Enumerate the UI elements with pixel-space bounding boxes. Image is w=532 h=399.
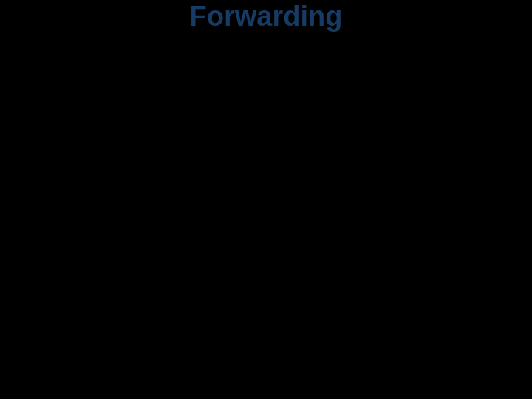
para-text-before: Forwarding [7,35,113,58]
slide: Forwarding Forwarding bypasses some pipe… [0,0,532,399]
slide-title: Forwarding [0,0,532,33]
list-item-text: Forwarding from Mem/WB register to Ex st… [46,171,482,191]
subheading: Three types of forwarding/bypass [7,118,522,142]
bullet-list: Forwarding from Ex/Mem registers to Ex s… [7,146,522,216]
list-item: Register.File Bypass [46,193,522,216]
body-paragraph: Forwarding bypasses some pipelined stage… [7,35,522,83]
list-item-text: Register.File Bypass [46,194,208,214]
para-text-underlined: bypasses [113,35,197,58]
slide-body: Forwarding bypasses some pipelined stage… [0,35,532,216]
list-item: Forwarding from Ex/Mem registers to Ex s… [46,146,522,170]
list-item: Forwarding from Mem/WB register to Ex st… [46,170,522,194]
list-item-text: Forwarding from Ex/Mem registers to Ex s… [46,148,481,168]
